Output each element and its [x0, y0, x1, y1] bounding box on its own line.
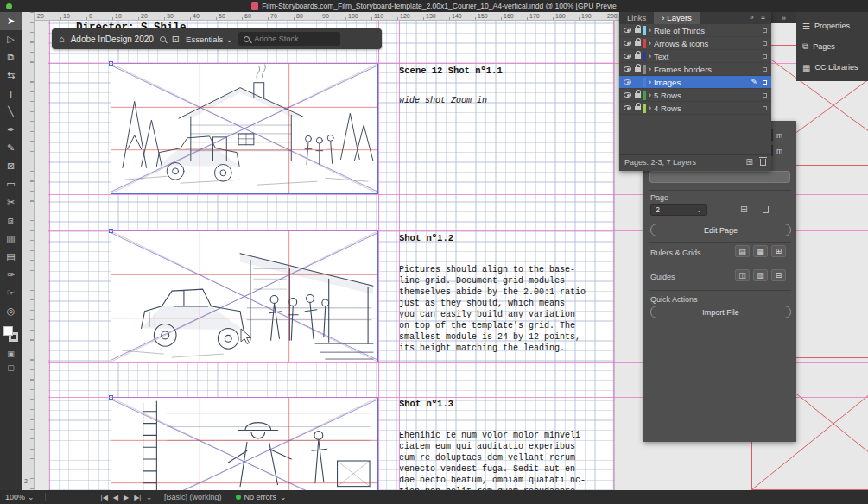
layer-row-text[interactable]: › Text	[619, 50, 771, 63]
line-tool[interactable]: ╲	[0, 103, 22, 121]
hand-tool[interactable]: ☞	[0, 284, 22, 302]
smart-guides-icon[interactable]: ⊟	[771, 269, 786, 281]
ruler-label: 130	[426, 12, 436, 20]
expand-chevron-icon[interactable]: ›	[649, 78, 651, 86]
direct-selection-tool[interactable]: ▷	[0, 30, 22, 48]
window-titlebar: Film-Storyboards.com_Film_Storyboard-tem…	[0, 0, 868, 12]
horizontal-ruler[interactable]: 2010010203040506070809010011012013014015…	[35, 12, 619, 21]
show-guides-icon[interactable]: ◫	[735, 269, 750, 281]
tab-links[interactable]: Links	[619, 10, 654, 24]
preflight-status[interactable]: No errors ⌄	[236, 493, 287, 501]
home-icon[interactable]: ⌂	[59, 34, 65, 44]
workspace-switcher[interactable]: Essentials ⌄	[186, 35, 232, 44]
visibility-eye-icon[interactable]	[624, 66, 631, 72]
lock-guides-icon[interactable]: ▥	[753, 269, 768, 281]
adobe-stock-search-input[interactable]: Adobe Stock	[238, 32, 340, 46]
page-tool[interactable]: ⧉	[0, 48, 22, 66]
lock-icon[interactable]	[635, 28, 641, 33]
expand-chevron-icon[interactable]: ›	[649, 91, 651, 99]
shot-title: Shot nº1.3	[399, 399, 615, 409]
delete-layer-trash-icon[interactable]	[760, 159, 766, 166]
document-grid-icon[interactable]: ⊞	[771, 245, 786, 257]
zoom-level-dropdown[interactable]: 100% ⌄	[0, 493, 40, 501]
visibility-eye-icon[interactable]	[624, 54, 631, 59]
expand-chevron-icon[interactable]: ›	[649, 52, 651, 60]
import-file-button[interactable]: Import File	[650, 306, 791, 318]
storyboard-frame-3[interactable]	[111, 397, 378, 490]
layer-row-rule-of-thirds[interactable]: › Rule of Thirds	[619, 24, 771, 37]
layer-row-arrows-icons[interactable]: › Arrows & icons	[619, 37, 771, 50]
page-dropdown-chevron[interactable]: ⌄	[146, 494, 152, 501]
selection-tool[interactable]: ➤	[0, 12, 22, 30]
tab-layers[interactable]: › Layers	[654, 10, 700, 24]
screen-mode-button[interactable]: ▢	[0, 361, 22, 375]
vertical-ruler[interactable]: 2	[22, 12, 35, 490]
shot-text-3[interactable]: Shot nº1.3 Ehenihic te num volor molor m…	[399, 399, 615, 490]
fill-color-swatch[interactable]	[3, 326, 13, 336]
ruler-toggle-icon[interactable]: ▤	[735, 245, 750, 257]
properties-button[interactable]	[649, 171, 790, 183]
rectangle-frame-tool[interactable]: ⊠	[0, 157, 22, 175]
pen-tool[interactable]: ✒	[0, 121, 22, 139]
delete-page-trash-icon[interactable]	[763, 206, 769, 213]
new-layer-icon[interactable]: ⊞	[746, 157, 753, 167]
layer-target-square[interactable]	[763, 41, 767, 46]
layer-target-square[interactable]	[763, 93, 767, 98]
layer-row-frames-borders[interactable]: › Frames borders	[619, 63, 771, 76]
baseline-grid-icon[interactable]: ▦	[753, 245, 768, 257]
visibility-eye-icon[interactable]	[624, 79, 631, 85]
zoom-tool[interactable]: ◎	[0, 302, 22, 320]
visibility-eye-icon[interactable]	[624, 41, 631, 46]
storyboard-frame-1[interactable]	[111, 63, 378, 194]
first-page-button[interactable]: |◀	[101, 494, 108, 501]
collapse-panel-icon[interactable]: »	[750, 13, 754, 22]
window-controls[interactable]	[6, 3, 12, 9]
panel-menu-icon[interactable]: ≡	[761, 13, 765, 22]
expand-chevron-icon[interactable]: ›	[649, 65, 651, 73]
expand-chevron-icon[interactable]: ›	[649, 26, 651, 35]
layer-target-square[interactable]	[763, 80, 767, 85]
search-icon[interactable]	[160, 36, 166, 42]
scissors-tool[interactable]: ✂	[0, 193, 22, 211]
previous-page-button[interactable]: ◀	[113, 494, 118, 501]
eyedropper-tool[interactable]: ✑	[0, 266, 22, 284]
publish-icon[interactable]: ⊡	[172, 34, 180, 45]
pencil-tool[interactable]: ✎	[0, 139, 22, 157]
layer-target-square[interactable]	[763, 28, 767, 33]
expand-chevron-icon[interactable]: ›	[649, 39, 651, 47]
lock-icon[interactable]	[635, 93, 641, 98]
dock-item-properties[interactable]: ☰ Properties	[796, 16, 868, 36]
edit-page-button[interactable]: Edit Page	[650, 224, 791, 236]
layer-row-images[interactable]: › Images ✎	[619, 76, 771, 89]
next-page-button[interactable]: ▶	[124, 494, 129, 501]
layer-target-square[interactable]	[763, 54, 767, 59]
expand-chevron-icon[interactable]: ›	[649, 104, 651, 112]
lock-icon[interactable]	[635, 41, 641, 46]
visibility-eye-icon[interactable]	[624, 28, 631, 33]
last-page-button[interactable]: ▶|	[134, 494, 141, 501]
dock-item-cc-libraries[interactable]: ▦ CC Libraries	[796, 57, 868, 78]
note-tool[interactable]: ▤	[0, 248, 22, 266]
layer-row-5-rows[interactable]: › 5 Rows	[619, 89, 771, 102]
page-number-dropdown[interactable]: 2 ⌄	[650, 204, 707, 216]
normal-view-mode-button[interactable]: ▣	[0, 347, 22, 361]
lock-icon[interactable]	[635, 67, 641, 72]
visibility-eye-icon[interactable]	[624, 105, 631, 110]
layer-row-4-rows[interactable]: › 4 Rows	[619, 102, 771, 115]
lock-icon[interactable]	[635, 54, 641, 59]
add-page-icon[interactable]: ⊞	[740, 204, 748, 215]
layer-target-square[interactable]	[763, 67, 767, 72]
dock-item-pages[interactable]: ⧉ Pages	[796, 36, 868, 57]
gap-tool[interactable]: ⇆	[0, 66, 22, 85]
fill-stroke-swatches[interactable]	[0, 324, 22, 347]
rectangle-tool[interactable]: ▭	[0, 175, 22, 193]
shot-text-1[interactable]: Scene 12 Shot nº1.1 wide shot Zoom in	[399, 66, 615, 106]
free-transform-tool[interactable]: ⧈	[0, 211, 22, 230]
dock-collapse-strip[interactable]: »	[771, 12, 796, 23]
shot-text-2[interactable]: Shot nº1.2 Pictures should align to the …	[399, 233, 615, 354]
layer-target-square[interactable]	[763, 106, 767, 110]
gradient-tool[interactable]: ▥	[0, 230, 22, 248]
visibility-eye-icon[interactable]	[624, 92, 631, 98]
type-tool[interactable]: T	[0, 85, 22, 103]
lock-icon[interactable]	[635, 106, 641, 110]
